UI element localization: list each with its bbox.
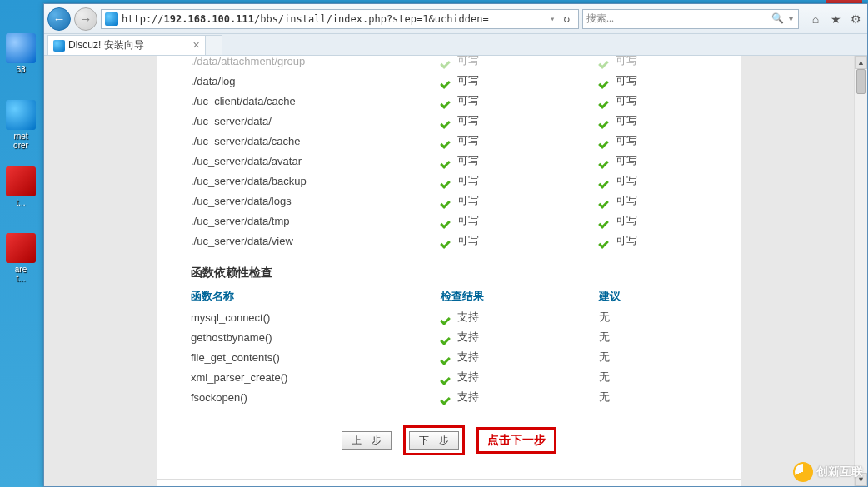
- dir-path: ./uc_server/data/: [191, 115, 441, 127]
- watermark: 创新互联: [793, 462, 863, 482]
- desktop-icon[interactable]: t...: [3, 166, 38, 207]
- table-row: ./uc_client/data/cache可写可写: [191, 91, 707, 111]
- check-icon: [441, 135, 452, 147]
- search-dropdown-icon[interactable]: ▾: [787, 14, 795, 23]
- check-icon: [599, 155, 611, 166]
- prev-step-button[interactable]: 上一步: [342, 431, 392, 450]
- status-text: 可写: [457, 233, 479, 248]
- table-row: ./uc_server/data/cache可写可写: [191, 131, 707, 151]
- col-header: 建议: [599, 289, 707, 304]
- button-row: 上一步 下一步 点击下一步: [191, 425, 707, 455]
- watermark-text: 创新互联: [816, 465, 863, 480]
- check-icon: [599, 75, 611, 87]
- check-icon: [599, 115, 611, 127]
- table-row: ./uc_server/data/view可写可写: [191, 231, 707, 251]
- suggestion-text: 无: [599, 330, 610, 345]
- check-icon: [441, 175, 452, 186]
- result-text: 支持: [457, 390, 479, 405]
- check-icon: [441, 75, 452, 87]
- table-row: gethostbyname()支持无: [191, 327, 707, 347]
- check-icon: [441, 235, 452, 246]
- settings-icon[interactable]: ⚙: [847, 11, 864, 27]
- status-text: 可写: [457, 73, 479, 88]
- toolbar: ← → http://192.168.100.111/bbs/install/i…: [44, 4, 867, 34]
- forward-button[interactable]: →: [74, 7, 97, 31]
- section-title-funcs: 函数依赖性检查: [191, 266, 707, 281]
- desktop-icon-ie[interactable]: rnet orer: [3, 100, 38, 150]
- install-card: ./data/attachment/group 可写 可写 ./data/log…: [157, 56, 741, 486]
- annotation-label: 点击下一步: [476, 427, 556, 454]
- func-name: gethostbyname(): [191, 331, 441, 344]
- vertical-scrollbar[interactable]: ▲ ▼: [854, 56, 867, 486]
- result-text: 支持: [457, 370, 479, 385]
- status-text: 可写: [457, 56, 479, 68]
- check-icon: [441, 115, 452, 127]
- table-row: ./uc_server/data/avatar可写可写: [191, 151, 707, 171]
- check-icon: [441, 215, 452, 226]
- back-button[interactable]: ←: [47, 7, 71, 31]
- table-row: ./data/attachment/group 可写 可写: [191, 56, 707, 71]
- new-tab-button[interactable]: [206, 35, 222, 55]
- desktop-icon-label: 53: [16, 65, 25, 74]
- dir-path: ./uc_server/data/view: [191, 235, 441, 247]
- col-header: 检查结果: [441, 289, 599, 304]
- dir-path: ./uc_server/data/backup: [191, 175, 441, 187]
- suggestion-text: 无: [599, 390, 610, 405]
- watermark-logo-icon: [793, 462, 813, 482]
- desktop-icon-label: t...: [16, 198, 25, 207]
- search-box[interactable]: 搜索... 🔍 ▾: [582, 9, 799, 29]
- dropdown-icon[interactable]: ▾: [546, 14, 558, 23]
- check-icon: [441, 351, 452, 363]
- result-text: 支持: [457, 310, 479, 325]
- status-text: 可写: [457, 193, 479, 208]
- status-text: 可写: [616, 173, 637, 188]
- desktop-icon-label: are t...: [15, 265, 27, 283]
- dir-path: ./uc_server/data/cache: [191, 135, 441, 147]
- suggestion-text: 无: [599, 370, 610, 385]
- check-icon: [599, 95, 611, 107]
- table-row: fsockopen()支持无: [191, 387, 707, 407]
- refresh-button[interactable]: ↻: [558, 12, 575, 25]
- check-icon: [599, 135, 611, 147]
- desktop-icon[interactable]: are t...: [3, 233, 38, 283]
- status-text: 可写: [457, 133, 479, 148]
- home-icon[interactable]: ⌂: [807, 11, 824, 27]
- tab-close-icon[interactable]: ✕: [192, 40, 200, 51]
- status-text: 可写: [457, 113, 479, 128]
- table-header: 函数名称 检查结果 建议: [191, 286, 707, 307]
- table-row: ./uc_server/data/tmp可写可写: [191, 211, 707, 231]
- table-row: ./data/log可写可写: [191, 71, 707, 91]
- scroll-track[interactable]: [855, 69, 867, 473]
- func-name: fsockopen(): [191, 391, 441, 404]
- func-name: file_get_contents(): [191, 351, 441, 364]
- url-text: http://192.168.100.111/bbs/install/index…: [122, 13, 489, 25]
- status-text: 可写: [457, 93, 479, 108]
- status-text: 可写: [616, 233, 637, 248]
- check-icon: [441, 371, 452, 383]
- favorites-icon[interactable]: ★: [827, 11, 844, 27]
- result-text: 支持: [457, 350, 479, 365]
- address-bar[interactable]: http://192.168.100.111/bbs/install/index…: [101, 9, 579, 29]
- dir-path: ./uc_client/data/cache: [191, 95, 441, 107]
- dir-path: ./uc_server/data/logs: [191, 195, 441, 207]
- dir-path: ./uc_server/data/avatar: [191, 155, 441, 167]
- scroll-up-icon[interactable]: ▲: [855, 56, 867, 69]
- dir-path: ./uc_server/data/tmp: [191, 215, 441, 227]
- search-icon[interactable]: 🔍: [768, 12, 787, 25]
- next-step-button[interactable]: 下一步: [409, 431, 459, 450]
- check-icon: [599, 195, 611, 206]
- ie-icon: [53, 40, 65, 52]
- check-icon: [441, 155, 452, 166]
- tab-discuz-install[interactable]: Discuz! 安装向导 ✕: [47, 35, 206, 55]
- check-icon: [599, 235, 611, 246]
- status-text: 可写: [616, 213, 637, 228]
- scroll-thumb[interactable]: [856, 69, 866, 94]
- status-text: 可写: [616, 113, 637, 128]
- check-icon: [441, 56, 452, 67]
- check-icon: [599, 56, 611, 67]
- ie-window: ← → http://192.168.100.111/bbs/install/i…: [43, 3, 868, 487]
- status-text: 可写: [616, 73, 637, 88]
- check-icon: [441, 311, 452, 323]
- desktop-icon[interactable]: 53: [3, 33, 38, 74]
- page-content: ./data/attachment/group 可写 可写 ./data/log…: [44, 56, 854, 486]
